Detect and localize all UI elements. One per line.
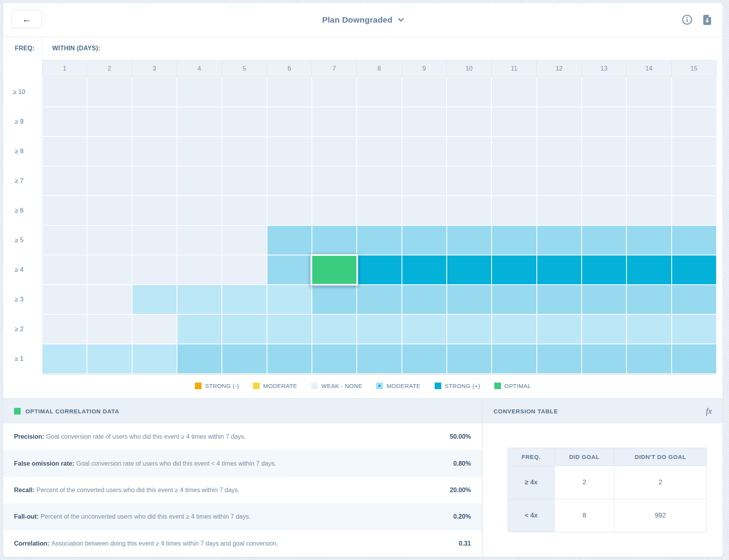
- heatmap-cell-r10-d7[interactable]: [312, 344, 357, 374]
- heatmap-cell-r9-d4[interactable]: [177, 314, 222, 344]
- heatmap-cell-r4-d10[interactable]: [447, 166, 492, 196]
- heatmap-cell-r2-d14[interactable]: [626, 107, 671, 136]
- formula-icon[interactable]: fx: [706, 406, 712, 416]
- heatmap-cell-r9-d15[interactable]: [672, 314, 717, 344]
- heatmap-cell-r9-d5[interactable]: [222, 314, 267, 344]
- heatmap-cell-r7-d2[interactable]: [87, 255, 132, 285]
- download-report-icon[interactable]: [702, 14, 713, 25]
- heatmap-cell-r10-d12[interactable]: [537, 344, 582, 374]
- heatmap-cell-r9-d8[interactable]: [357, 314, 402, 344]
- heatmap-cell-r10-d15[interactable]: [672, 344, 717, 374]
- heatmap-cell-r10-d5[interactable]: [222, 344, 267, 374]
- heatmap-cell-r1-d2[interactable]: [87, 77, 132, 107]
- heatmap-cell-r8-d6[interactable]: [267, 285, 312, 314]
- heatmap-cell-r6-d14[interactable]: [626, 225, 671, 255]
- optimal-cell[interactable]: [311, 254, 358, 286]
- heatmap-cell-r10-d2[interactable]: [87, 344, 132, 374]
- heatmap-cell-r3-d8[interactable]: [357, 136, 402, 166]
- heatmap-cell-r4-d7[interactable]: [312, 166, 357, 196]
- heatmap-cell-r4-d3[interactable]: [132, 166, 177, 196]
- heatmap-cell-r8-d7[interactable]: [312, 285, 357, 314]
- heatmap-cell-r5-d6[interactable]: [267, 196, 312, 225]
- heatmap-cell-r10-d4[interactable]: [177, 344, 222, 374]
- heatmap-cell-r10-d6[interactable]: [267, 344, 312, 374]
- heatmap-cell-r9-d6[interactable]: [267, 314, 312, 344]
- heatmap-cell-r1-d7[interactable]: [312, 77, 357, 107]
- heatmap-cell-r4-d4[interactable]: [177, 166, 222, 196]
- heatmap-cell-r1-d15[interactable]: [672, 77, 717, 107]
- heatmap-cell-r6-d15[interactable]: [672, 225, 717, 255]
- heatmap-cell-r9-d14[interactable]: [626, 314, 671, 344]
- heatmap-cell-r3-d2[interactable]: [87, 136, 132, 166]
- heatmap-cell-r6-d6[interactable]: [267, 225, 312, 255]
- heatmap-cell-r4-d13[interactable]: [582, 166, 626, 196]
- heatmap-cell-r2-d2[interactable]: [87, 107, 132, 136]
- heatmap-cell-r2-d3[interactable]: [132, 107, 177, 136]
- heatmap-cell-r2-d8[interactable]: [357, 107, 402, 136]
- heatmap-cell-r1-d12[interactable]: [537, 77, 582, 107]
- heatmap-cell-r2-d13[interactable]: [582, 107, 626, 136]
- heatmap-cell-r8-d5[interactable]: [222, 285, 267, 314]
- heatmap-cell-r2-d15[interactable]: [672, 107, 717, 136]
- heatmap-cell-r7-d5[interactable]: [222, 255, 267, 285]
- heatmap-cell-r4-d6[interactable]: [267, 166, 312, 196]
- heatmap-cell-r6-d1[interactable]: [42, 225, 87, 255]
- heatmap-cell-r10-d14[interactable]: [626, 344, 671, 374]
- heatmap-cell-r9-d11[interactable]: [492, 314, 536, 344]
- heatmap-cell-r10-d1[interactable]: [42, 344, 87, 374]
- heatmap-cell-r2-d4[interactable]: [177, 107, 222, 136]
- heatmap-cell-r7-d9[interactable]: [402, 255, 447, 285]
- heatmap-cell-r9-d1[interactable]: [42, 314, 87, 344]
- heatmap-cell-r3-d7[interactable]: [312, 136, 357, 166]
- heatmap-cell-r1-d1[interactable]: [42, 77, 87, 107]
- heatmap-cell-r8-d1[interactable]: [42, 285, 87, 314]
- heatmap-cell-r10-d3[interactable]: [132, 344, 177, 374]
- heatmap-cell-r4-d8[interactable]: [357, 166, 402, 196]
- heatmap-cell-r2-d5[interactable]: [222, 107, 267, 136]
- heatmap-cell-r4-d2[interactable]: [87, 166, 132, 196]
- heatmap-cell-r3-d1[interactable]: [42, 136, 87, 166]
- heatmap-cell-r7-d14[interactable]: [626, 255, 671, 285]
- heatmap-cell-r1-d11[interactable]: [492, 77, 536, 107]
- heatmap-cell-r3-d6[interactable]: [267, 136, 312, 166]
- heatmap-cell-r3-d9[interactable]: [402, 136, 447, 166]
- heatmap-cell-r6-d4[interactable]: [177, 225, 222, 255]
- heatmap-cell-r5-d7[interactable]: [312, 196, 357, 225]
- heatmap-cell-r6-d8[interactable]: [357, 225, 402, 255]
- heatmap-cell-r2-d9[interactable]: [402, 107, 447, 136]
- heatmap-cell-r2-d10[interactable]: [447, 107, 492, 136]
- heatmap-cell-r6-d9[interactable]: [402, 225, 447, 255]
- heatmap-cell-r6-d5[interactable]: [222, 225, 267, 255]
- heatmap-cell-r7-d4[interactable]: [177, 255, 222, 285]
- event-selector[interactable]: Plan Downgraded: [322, 15, 403, 25]
- heatmap-cell-r7-d12[interactable]: [537, 255, 582, 285]
- heatmap-cell-r3-d4[interactable]: [177, 136, 222, 166]
- heatmap-cell-r8-d12[interactable]: [537, 285, 582, 314]
- heatmap-cell-r9-d9[interactable]: [402, 314, 447, 344]
- heatmap-cell-r6-d2[interactable]: [87, 225, 132, 255]
- heatmap-cell-r9-d3[interactable]: [132, 314, 177, 344]
- heatmap-cell-r5-d5[interactable]: [222, 196, 267, 225]
- heatmap-cell-r5-d13[interactable]: [582, 196, 626, 225]
- heatmap-cell-r10-d13[interactable]: [582, 344, 626, 374]
- heatmap-cell-r5-d4[interactable]: [177, 196, 222, 225]
- heatmap-cell-r1-d4[interactable]: [177, 77, 222, 107]
- heatmap-cell-r9-d13[interactable]: [582, 314, 626, 344]
- heatmap-cell-r4-d12[interactable]: [537, 166, 582, 196]
- heatmap-cell-r2-d6[interactable]: [267, 107, 312, 136]
- heatmap-cell-r9-d2[interactable]: [87, 314, 132, 344]
- heatmap-cell-r3-d12[interactable]: [537, 136, 582, 166]
- heatmap-cell-r1-d9[interactable]: [402, 77, 447, 107]
- heatmap-cell-r6-d13[interactable]: [582, 225, 626, 255]
- heatmap-cell-r10-d9[interactable]: [402, 344, 447, 374]
- heatmap-cell-r4-d15[interactable]: [672, 166, 717, 196]
- heatmap-cell-r7-d8[interactable]: [357, 255, 402, 285]
- heatmap-cell-r1-d3[interactable]: [132, 77, 177, 107]
- heatmap-cell-r2-d7[interactable]: [312, 107, 357, 136]
- heatmap-cell-r5-d2[interactable]: [87, 196, 132, 225]
- heatmap-cell-r8-d13[interactable]: [582, 285, 626, 314]
- heatmap-cell-r3-d14[interactable]: [626, 136, 671, 166]
- heatmap-cell-r3-d15[interactable]: [672, 136, 717, 166]
- heatmap-cell-r5-d9[interactable]: [402, 196, 447, 225]
- heatmap-cell-r8-d10[interactable]: [447, 285, 492, 314]
